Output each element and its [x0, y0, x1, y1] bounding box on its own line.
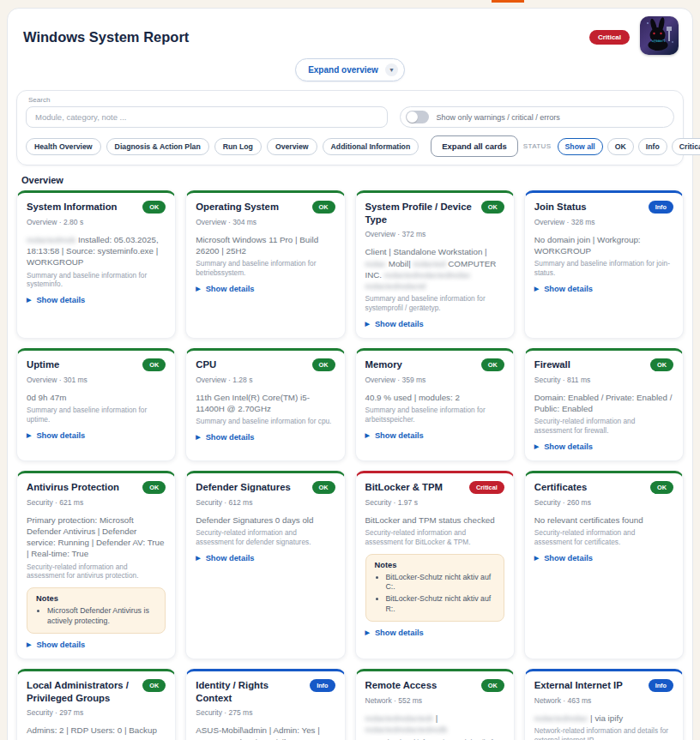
- triangle-right-icon: ▶: [27, 432, 31, 439]
- card-meta: Security · 621 ms: [27, 498, 166, 507]
- card-summary: redactedredac | via ipify: [534, 713, 673, 724]
- chevron-down-icon: ▼: [385, 63, 398, 76]
- status-badge: OK: [650, 358, 673, 371]
- card-uptime: Uptime OK Overview · 301 ms 0d 9h 47m Su…: [16, 348, 176, 461]
- chip-overview[interactable]: Overview: [267, 138, 317, 155]
- card-description: Network-related information and details …: [534, 726, 673, 740]
- show-details-link[interactable]: ▶ Show details: [196, 554, 254, 563]
- card-title: Uptime: [27, 358, 137, 371]
- show-details-link[interactable]: ▶ Show details: [365, 431, 424, 440]
- card-memory: Memory OK Overview · 359 ms 40.9 % used …: [355, 348, 515, 461]
- expand-all-cards-button[interactable]: Expand all cards: [431, 135, 518, 157]
- card-title: Certificates: [534, 481, 645, 494]
- status-filter-show-all[interactable]: Show all: [558, 138, 603, 155]
- card-title: System Profile / Device Type: [365, 201, 476, 226]
- status-pills: Show allOKInfoCriticalWarningError: [558, 138, 700, 155]
- status-filter-ok[interactable]: OK: [607, 138, 634, 155]
- card-certificates: Certificates OK Security · 260 ms No rel…: [524, 471, 684, 659]
- show-details-link[interactable]: ▶ Show details: [534, 285, 593, 293]
- expand-overview-button[interactable]: Expand overview ▼: [295, 58, 405, 81]
- status-badge: Info: [649, 201, 673, 214]
- triangle-right-icon: ▶: [27, 297, 31, 304]
- status-badge: OK: [142, 481, 166, 494]
- notes-title: Notes: [375, 561, 495, 569]
- show-details-label: Show details: [206, 433, 255, 442]
- card-title: BitLocker & TPM: [365, 481, 465, 494]
- card-antivirus-protection: Antivirus Protection OK Security · 621 m…: [16, 471, 176, 659]
- warnings-toggle[interactable]: [406, 111, 429, 123]
- status-badge: OK: [312, 358, 335, 371]
- chip-diagnosis-action-plan[interactable]: Diagnosis & Action Plan: [106, 138, 209, 155]
- show-details-link[interactable]: ▶ Show details: [27, 296, 85, 304]
- card-title: System Information: [27, 201, 137, 214]
- filter-panel: Search Show only warnings / critical / e…: [16, 90, 684, 165]
- accent-bar: [492, 0, 524, 3]
- summary-text: BitLocker and TPM status checked: [365, 515, 495, 525]
- status-badge: OK: [142, 679, 166, 692]
- status-badge: Info: [310, 679, 335, 692]
- card-description: Summary and baseline information for cpu…: [196, 417, 335, 426]
- chip-health-overview[interactable]: Health Overview: [26, 138, 101, 155]
- card-summary: 0d 9h 47m: [27, 392, 166, 403]
- warnings-filter-box: Show only warnings / critical / errors: [400, 106, 674, 128]
- overall-status-badge: Critical: [589, 30, 630, 45]
- summary-text: Client | Standalone Workstation |: [365, 247, 487, 256]
- rabbit-logo-icon: *a@bbbit*1: [640, 16, 679, 55]
- card-operating-system: Operating System OK Overview · 304 ms Mi…: [185, 190, 345, 339]
- chip-run-log[interactable]: Run Log: [214, 138, 262, 155]
- card-summary: Client | Standalone Workstation | redac …: [365, 246, 504, 292]
- card-meta: Security · 1.97 s: [365, 498, 504, 507]
- card-summary: redactedmob Installed: 05.03.2025, 18:13…: [27, 234, 166, 268]
- summary-text: Primary protection: Microsoft Defender A…: [27, 515, 164, 559]
- show-details-link[interactable]: ▶ Show details: [365, 629, 424, 637]
- summary-text: Admins: 2 | RDP Users: 0 | Backup Operat…: [27, 725, 157, 740]
- show-details-link[interactable]: ▶ Show details: [196, 433, 254, 442]
- summary-text: No relevant certificates found: [534, 515, 643, 525]
- search-input[interactable]: [26, 106, 388, 128]
- show-details-label: Show details: [375, 431, 424, 440]
- summary-text: Domain: Enabled / Private: Enabled / Pub…: [534, 393, 673, 413]
- search-label: Search: [28, 96, 674, 104]
- status-badge: OK: [650, 481, 673, 494]
- triangle-right-icon: ▶: [27, 641, 31, 648]
- status-badge: OK: [481, 358, 504, 371]
- card-title: Identity / Rights Context: [196, 679, 305, 704]
- card-summary: No domain join | Workgroup: WORKGROUP: [534, 234, 673, 256]
- card-description: Security-related information and assessm…: [27, 563, 166, 581]
- chip-additional-information[interactable]: Additional Information: [323, 138, 419, 155]
- card-meta: Security · 275 ms: [196, 708, 335, 717]
- card-external-internet-ip: External Internet IP Info Network · 463 …: [524, 669, 684, 740]
- show-details-link[interactable]: ▶ Show details: [196, 285, 254, 293]
- status-badge: OK: [142, 358, 166, 371]
- app-logo: *a@bbbit*1: [640, 16, 679, 55]
- show-details-label: Show details: [375, 629, 424, 637]
- category-chips: Health OverviewDiagnosis & Action PlanRu…: [26, 138, 419, 155]
- show-details-link[interactable]: ▶ Show details: [534, 554, 593, 563]
- card-meta: Network · 552 ms: [365, 696, 504, 705]
- card-description: Security-related information and assessm…: [534, 417, 673, 436]
- status-badge: OK: [481, 679, 504, 692]
- status-badge: OK: [312, 481, 335, 494]
- summary-text: 40.9 % used | modules: 2: [365, 393, 460, 402]
- status-filter-label: STATUS: [523, 142, 552, 150]
- card-summary: 11th Gen Intel(R) Core(TM) i5-11400H @ 2…: [196, 392, 335, 414]
- show-details-link[interactable]: ▶ Show details: [27, 431, 85, 440]
- card-title: Local Administrators / Privileged Groups: [27, 679, 137, 704]
- status-filter-info[interactable]: Info: [638, 138, 667, 155]
- card-local-administrators-privileged-groups: Local Administrators / Privileged Groups…: [16, 669, 176, 740]
- summary-text: Mobil|: [386, 259, 413, 268]
- card-title: CPU: [196, 358, 306, 371]
- triangle-right-icon: ▶: [534, 555, 539, 562]
- status-filter-critical[interactable]: Critical: [672, 138, 700, 155]
- card-cpu: CPU OK Overview · 1.28 s 11th Gen Intel(…: [185, 348, 345, 461]
- show-details-link[interactable]: ▶ Show details: [27, 641, 85, 649]
- triangle-right-icon: ▶: [196, 286, 200, 292]
- show-details-link[interactable]: ▶ Show details: [365, 320, 424, 328]
- card-firewall: Firewall OK Security · 811 ms Domain: En…: [524, 348, 684, 461]
- report-header: Windows System Report Critical: [8, 9, 692, 57]
- card-description: Summary and baseline information for joi…: [534, 259, 673, 278]
- show-details-link[interactable]: ▶ Show details: [534, 442, 593, 451]
- card-meta: Overview · 372 ms: [365, 230, 504, 238]
- card-bitlocker-tpm: BitLocker & TPM Critical Security · 1.97…: [355, 471, 515, 659]
- summary-text: |: [433, 713, 438, 723]
